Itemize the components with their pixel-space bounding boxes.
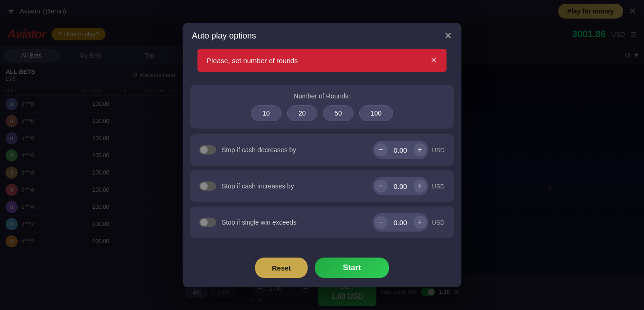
stop-single-win-row: Stop if single win exceeds − 0.00 + USD bbox=[190, 207, 454, 238]
start-button[interactable]: Start bbox=[315, 258, 389, 278]
rounds-options: 10 20 50 100 bbox=[199, 105, 445, 121]
stop-cash-increases-right: − 0.00 + USD bbox=[373, 177, 445, 195]
single-win-increase-button[interactable]: + bbox=[414, 216, 427, 229]
single-win-value: 0.00 bbox=[389, 219, 412, 226]
round-option-10[interactable]: 10 bbox=[251, 105, 282, 121]
cash-increases-currency: USD bbox=[432, 183, 445, 190]
rounds-label: Number of Rounds: bbox=[199, 92, 445, 100]
stop-cash-decreases-row: Stop if cash decreases by − 0.00 + USD bbox=[190, 134, 454, 166]
modal-body: Number of Rounds: 10 20 50 100 Stop if c… bbox=[183, 78, 461, 250]
rounds-section: Number of Rounds: 10 20 50 100 bbox=[190, 85, 454, 129]
modal-overlay[interactable]: Auto play options ✕ Please, set number o… bbox=[0, 0, 644, 310]
stop-single-win-left: Stop if single win exceeds bbox=[199, 218, 296, 227]
stop-cash-decreases-toggle[interactable] bbox=[199, 145, 216, 155]
error-close-button[interactable]: ✕ bbox=[430, 55, 437, 65]
cash-increases-increase-button[interactable]: + bbox=[414, 180, 427, 193]
cash-decreases-increase-button[interactable]: + bbox=[414, 143, 427, 156]
cash-decreases-value: 0.00 bbox=[389, 146, 412, 154]
stop-cash-decreases-right: − 0.00 + USD bbox=[373, 141, 445, 159]
cash-increases-value-control: − 0.00 + bbox=[373, 177, 428, 195]
cash-increases-value: 0.00 bbox=[389, 182, 412, 190]
stop-single-win-right: − 0.00 + USD bbox=[373, 213, 445, 232]
stop-cash-decreases-left: Stop if cash decreases by bbox=[199, 145, 296, 155]
error-message: Please, set number of rounds bbox=[207, 57, 298, 65]
single-win-currency: USD bbox=[432, 219, 445, 226]
cash-decreases-currency: USD bbox=[432, 147, 445, 154]
stop-single-win-label: Stop if single win exceeds bbox=[222, 219, 296, 226]
modal-close-button[interactable]: ✕ bbox=[444, 30, 452, 41]
cash-increases-decrease-button[interactable]: − bbox=[375, 180, 388, 193]
cash-decreases-decrease-button[interactable]: − bbox=[375, 143, 388, 156]
stop-single-win-toggle[interactable] bbox=[199, 218, 216, 227]
modal-header: Auto play options ✕ bbox=[183, 23, 461, 49]
modal-footer: Reset Start bbox=[183, 250, 461, 287]
cash-decreases-value-control: − 0.00 + bbox=[373, 141, 428, 159]
single-win-value-control: − 0.00 + bbox=[373, 213, 428, 232]
round-option-20[interactable]: 20 bbox=[287, 105, 318, 121]
stop-cash-increases-left: Stop if cash increases by bbox=[199, 181, 294, 191]
stop-cash-increases-toggle[interactable] bbox=[199, 181, 216, 191]
stop-cash-increases-row: Stop if cash increases by − 0.00 + USD bbox=[190, 170, 454, 202]
auto-play-options-modal: Auto play options ✕ Please, set number o… bbox=[183, 23, 461, 287]
round-option-50[interactable]: 50 bbox=[323, 105, 354, 121]
stop-cash-increases-label: Stop if cash increases by bbox=[222, 182, 294, 190]
single-win-decrease-button[interactable]: − bbox=[375, 216, 388, 229]
stop-cash-decreases-label: Stop if cash decreases by bbox=[222, 146, 296, 154]
error-banner: Please, set number of rounds ✕ bbox=[197, 49, 447, 72]
round-option-100[interactable]: 100 bbox=[359, 105, 393, 121]
modal-title: Auto play options bbox=[192, 31, 256, 41]
reset-button[interactable]: Reset bbox=[255, 258, 308, 278]
